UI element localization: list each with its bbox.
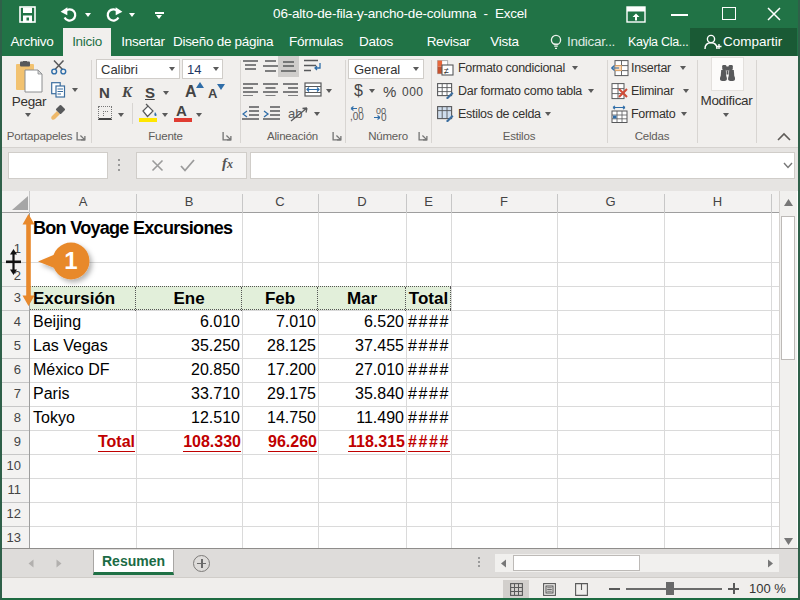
svg-text:0: 0 bbox=[381, 112, 387, 122]
svg-text:1: 1 bbox=[64, 247, 77, 274]
svg-text:≠: ≠ bbox=[444, 66, 449, 76]
svg-text:0: 0 bbox=[358, 106, 363, 115]
